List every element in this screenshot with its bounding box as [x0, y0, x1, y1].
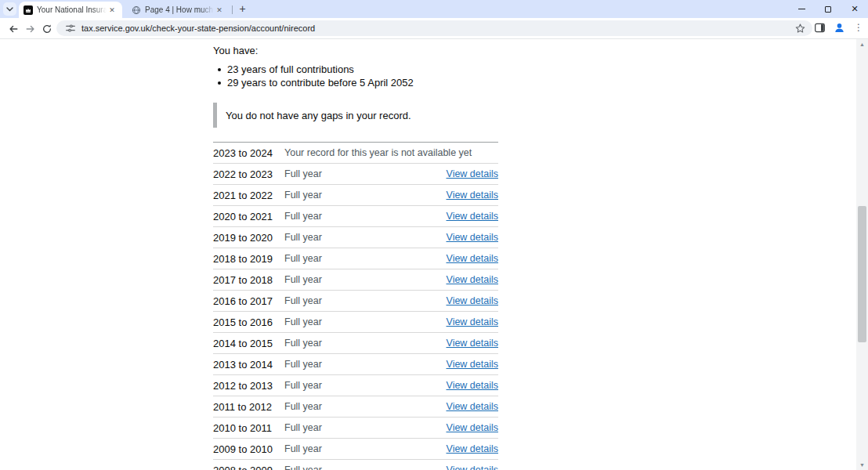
window-close-button[interactable]: ✕	[841, 0, 868, 18]
globe-favicon	[132, 5, 141, 15]
back-arrow-icon	[8, 24, 19, 34]
year-status-label: Full year	[284, 422, 447, 433]
table-row: 2018 to 2019 Full year View details	[213, 248, 498, 269]
scrollbar-up-icon[interactable]: ▲	[856, 39, 868, 49]
table-row: 2016 to 2017 Full year View details	[213, 291, 498, 312]
tax-year-label: 2010 to 2011	[213, 422, 284, 434]
tax-year-label: 2012 to 2013	[213, 380, 284, 392]
forward-arrow-icon	[25, 24, 36, 34]
view-details-link[interactable]: View details	[447, 465, 498, 470]
view-details-link[interactable]: View details	[447, 168, 498, 179]
year-status-label: Full year	[284, 274, 447, 285]
reload-icon	[42, 24, 52, 34]
window-maximize-button[interactable]	[815, 0, 841, 18]
table-row: 2021 to 2022 Full year View details	[213, 185, 498, 206]
tab-search-button[interactable]	[3, 2, 16, 16]
view-details-link[interactable]: View details	[447, 211, 498, 222]
page-scrollbar[interactable]: ▲ ▼	[856, 39, 868, 470]
back-button[interactable]	[6, 22, 20, 35]
table-row: 2020 to 2021 Full year View details	[213, 206, 498, 227]
tax-year-label: 2009 to 2010	[213, 443, 284, 455]
new-tab-button[interactable]: +	[236, 2, 249, 16]
browser-toolbar: tax.service.gov.uk/check-your-state-pens…	[0, 18, 868, 39]
view-details-link[interactable]: View details	[447, 232, 498, 243]
tax-year-label: 2014 to 2015	[213, 338, 284, 349]
tab-title: Your National Insurance record	[37, 5, 107, 14]
table-row: 2014 to 2015 Full year View details	[213, 333, 498, 354]
reload-button[interactable]	[40, 22, 53, 35]
tax-year-label: 2016 to 2017	[213, 295, 284, 307]
list-item: 23 years of full contributions	[216, 63, 414, 76]
you-have-heading: You have:	[213, 45, 258, 56]
table-row: 2008 to 2009 Full year View details	[213, 460, 498, 470]
tab-divider	[232, 5, 233, 14]
year-status-label: Full year	[284, 295, 447, 306]
forward-button[interactable]	[24, 22, 37, 35]
list-item: 29 years to contribute before 5 April 20…	[216, 76, 414, 89]
year-status-label: Full year	[284, 316, 447, 327]
table-row: 2015 to 2016 Full year View details	[213, 312, 498, 333]
table-row: 2023 to 2024 Your record for this year i…	[213, 143, 498, 164]
year-status-label: Full year	[284, 253, 447, 264]
view-details-link[interactable]: View details	[447, 316, 498, 327]
browser-menu-button[interactable]: ⋮	[852, 21, 865, 34]
year-status-label: Full year	[284, 465, 447, 470]
table-row: 2022 to 2023 Full year View details	[213, 164, 498, 185]
view-details-link[interactable]: View details	[447, 190, 498, 201]
chevron-down-icon	[6, 7, 13, 12]
year-status-label: Full year	[284, 232, 447, 243]
view-details-link[interactable]: View details	[447, 338, 498, 349]
year-status-label: Your record for this year is not availab…	[284, 147, 498, 158]
tax-year-label: 2013 to 2014	[213, 359, 284, 371]
view-details-link[interactable]: View details	[447, 443, 498, 454]
view-details-link[interactable]: View details	[447, 422, 498, 433]
maximize-icon	[825, 6, 831, 13]
site-settings-icon[interactable]	[65, 23, 76, 34]
tab-title: Page 4 | How much do you hav	[145, 5, 214, 14]
view-details-link[interactable]: View details	[447, 295, 498, 306]
tax-year-label: 2017 to 2018	[213, 274, 284, 286]
scrollbar-thumb[interactable]	[858, 206, 866, 342]
table-row: 2009 to 2010 Full year View details	[213, 439, 498, 460]
scrollbar-down-icon[interactable]: ▼	[856, 460, 868, 470]
view-details-link[interactable]: View details	[447, 359, 498, 370]
side-panel-button[interactable]	[813, 21, 826, 34]
tax-year-label: 2020 to 2021	[213, 211, 284, 222]
side-panel-icon	[814, 22, 826, 34]
url-text: tax.service.gov.uk/check-your-state-pens…	[81, 24, 315, 33]
browser-titlebar: Your National Insurance record ✕ Page 4 …	[0, 0, 868, 18]
table-row: 2011 to 2012 Full year View details	[213, 396, 498, 418]
view-details-link[interactable]: View details	[447, 274, 498, 285]
table-row: 2013 to 2014 Full year View details	[213, 354, 498, 375]
year-status-label: Full year	[284, 211, 447, 222]
tax-year-label: 2018 to 2019	[213, 253, 284, 265]
table-row: 2010 to 2011 Full year View details	[213, 418, 498, 439]
window-minimize-button[interactable]	[788, 0, 815, 18]
year-status-label: Full year	[284, 401, 447, 412]
year-status-label: Full year	[284, 190, 447, 201]
tab-national-insurance-record[interactable]: Your National Insurance record ✕	[19, 2, 122, 18]
tax-year-label: 2019 to 2020	[213, 232, 284, 244]
table-row: 2019 to 2020 Full year View details	[213, 227, 498, 248]
profile-button[interactable]	[833, 21, 845, 34]
view-details-link[interactable]: View details	[447, 380, 498, 391]
view-details-link[interactable]: View details	[447, 253, 498, 264]
contribution-summary-list: 23 years of full contributions29 years t…	[216, 63, 414, 89]
tax-year-label: 2008 to 2009	[213, 465, 284, 470]
inset-text: You do not have any gaps in your record.	[226, 110, 411, 121]
govuk-crown-favicon	[24, 5, 33, 15]
bookmark-star-icon[interactable]	[794, 23, 806, 34]
tab-close-icon[interactable]: ✕	[214, 5, 225, 16]
tab-close-icon[interactable]: ✕	[107, 5, 118, 16]
year-status-label: Full year	[284, 443, 447, 454]
year-status-label: Full year	[284, 380, 447, 391]
tax-year-label: 2022 to 2023	[213, 168, 284, 180]
year-status-label: Full year	[284, 359, 447, 370]
year-status-label: Full year	[284, 338, 447, 349]
ni-record-table: 2023 to 2024 Your record for this year i…	[213, 142, 498, 470]
view-details-link[interactable]: View details	[447, 401, 498, 412]
address-bar[interactable]: tax.service.gov.uk/check-your-state-pens…	[56, 20, 812, 36]
inset-text-no-gaps: You do not have any gaps in your record.	[213, 103, 498, 128]
year-status-label: Full year	[284, 168, 447, 179]
tab-page-4[interactable]: Page 4 | How much do you hav ✕	[127, 2, 230, 18]
